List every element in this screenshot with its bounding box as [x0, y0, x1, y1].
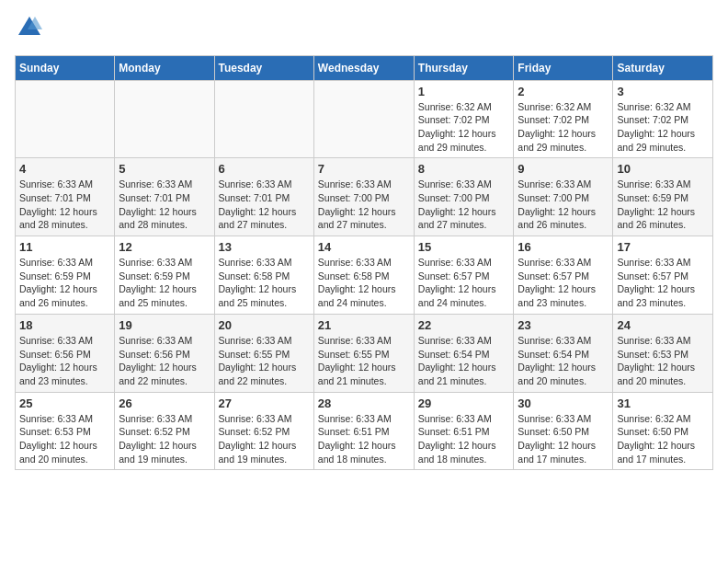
day-number: 1	[418, 85, 510, 98]
day-info: Sunrise: 6:32 AMSunset: 7:02 PMDaylight:…	[418, 100, 510, 155]
day-info: Sunrise: 6:33 AMSunset: 6:54 PMDaylight:…	[518, 334, 609, 388]
day-number: 20	[219, 318, 310, 332]
day-info: Sunrise: 6:33 AMSunset: 6:57 PMDaylight:…	[418, 256, 510, 310]
calendar-cell: 15Sunrise: 6:33 AMSunset: 6:57 PMDayligh…	[414, 236, 514, 315]
day-number: 28	[318, 396, 410, 410]
day-info: Sunrise: 6:33 AMSunset: 7:00 PMDaylight:…	[418, 178, 510, 232]
day-info: Sunrise: 6:33 AMSunset: 6:55 PMDaylight:…	[219, 334, 310, 388]
day-number: 18	[19, 318, 110, 332]
day-header-wednesday: Wednesday	[313, 55, 414, 80]
day-info: Sunrise: 6:33 AMSunset: 6:52 PMDaylight:…	[119, 412, 210, 466]
calendar-cell: 10Sunrise: 6:33 AMSunset: 6:59 PMDayligh…	[613, 158, 713, 236]
day-info: Sunrise: 6:33 AMSunset: 7:01 PMDaylight:…	[119, 178, 210, 232]
calendar-cell: 19Sunrise: 6:33 AMSunset: 6:56 PMDayligh…	[115, 314, 214, 392]
day-number: 30	[518, 396, 609, 410]
calendar-week-1: 1Sunrise: 6:32 AMSunset: 7:02 PMDaylight…	[16, 80, 713, 158]
day-number: 21	[318, 318, 410, 332]
day-info: Sunrise: 6:33 AMSunset: 6:56 PMDaylight:…	[19, 334, 110, 388]
calendar-week-3: 11Sunrise: 6:33 AMSunset: 6:59 PMDayligh…	[16, 236, 713, 315]
day-number: 2	[518, 85, 609, 98]
day-number: 3	[617, 85, 709, 98]
day-number: 31	[617, 396, 709, 410]
day-number: 14	[318, 240, 410, 254]
calendar-week-2: 4Sunrise: 6:33 AMSunset: 7:01 PMDaylight…	[16, 158, 713, 236]
day-number: 16	[518, 240, 609, 254]
calendar-cell: 28Sunrise: 6:33 AMSunset: 6:51 PMDayligh…	[313, 392, 414, 470]
day-info: Sunrise: 6:33 AMSunset: 6:55 PMDaylight:…	[318, 334, 410, 388]
day-info: Sunrise: 6:33 AMSunset: 6:56 PMDaylight:…	[119, 334, 210, 388]
day-info: Sunrise: 6:33 AMSunset: 6:50 PMDaylight:…	[518, 412, 609, 466]
calendar-cell: 25Sunrise: 6:33 AMSunset: 6:53 PMDayligh…	[16, 392, 115, 470]
day-number: 7	[318, 162, 410, 176]
day-header-tuesday: Tuesday	[214, 55, 313, 80]
calendar-cell: 2Sunrise: 6:32 AMSunset: 7:02 PMDaylight…	[514, 80, 613, 158]
day-number: 29	[418, 396, 510, 410]
calendar-header-row: SundayMondayTuesdayWednesdayThursdayFrid…	[16, 55, 713, 80]
day-info: Sunrise: 6:32 AMSunset: 6:50 PMDaylight:…	[617, 412, 709, 466]
day-header-monday: Monday	[115, 55, 214, 80]
calendar-cell	[313, 80, 414, 158]
calendar-cell: 18Sunrise: 6:33 AMSunset: 6:56 PMDayligh…	[16, 314, 115, 392]
day-info: Sunrise: 6:33 AMSunset: 6:59 PMDaylight:…	[119, 256, 210, 310]
calendar-cell: 5Sunrise: 6:33 AMSunset: 7:01 PMDaylight…	[115, 158, 214, 236]
day-number: 12	[119, 240, 210, 254]
day-info: Sunrise: 6:33 AMSunset: 6:57 PMDaylight:…	[617, 256, 709, 310]
calendar-cell: 7Sunrise: 6:33 AMSunset: 7:00 PMDaylight…	[313, 158, 414, 236]
day-header-friday: Friday	[514, 55, 613, 80]
calendar-cell: 14Sunrise: 6:33 AMSunset: 6:58 PMDayligh…	[313, 236, 414, 315]
day-info: Sunrise: 6:32 AMSunset: 7:02 PMDaylight:…	[518, 100, 609, 155]
day-number: 13	[219, 240, 310, 254]
calendar-cell: 16Sunrise: 6:33 AMSunset: 6:57 PMDayligh…	[514, 236, 613, 315]
day-info: Sunrise: 6:33 AMSunset: 7:01 PMDaylight:…	[219, 178, 310, 232]
calendar-cell: 20Sunrise: 6:33 AMSunset: 6:55 PMDayligh…	[214, 314, 313, 392]
calendar-cell: 27Sunrise: 6:33 AMSunset: 6:52 PMDayligh…	[214, 392, 313, 470]
calendar-table: SundayMondayTuesdayWednesdayThursdayFrid…	[15, 55, 713, 471]
day-info: Sunrise: 6:33 AMSunset: 6:52 PMDaylight:…	[219, 412, 310, 466]
calendar-cell: 1Sunrise: 6:32 AMSunset: 7:02 PMDaylight…	[414, 80, 514, 158]
day-header-thursday: Thursday	[414, 55, 514, 80]
day-number: 8	[418, 162, 510, 176]
logo-icon	[17, 15, 42, 40]
day-info: Sunrise: 6:33 AMSunset: 6:51 PMDaylight:…	[318, 412, 410, 466]
logo	[15, 15, 42, 46]
day-info: Sunrise: 6:33 AMSunset: 6:53 PMDaylight:…	[617, 334, 709, 388]
calendar-cell: 6Sunrise: 6:33 AMSunset: 7:01 PMDaylight…	[214, 158, 313, 236]
calendar-cell: 21Sunrise: 6:33 AMSunset: 6:55 PMDayligh…	[313, 314, 414, 392]
day-info: Sunrise: 6:33 AMSunset: 6:58 PMDaylight:…	[219, 256, 310, 310]
day-number: 10	[617, 162, 709, 176]
day-info: Sunrise: 6:33 AMSunset: 6:58 PMDaylight:…	[318, 256, 410, 310]
day-number: 24	[617, 318, 709, 332]
calendar-cell: 26Sunrise: 6:33 AMSunset: 6:52 PMDayligh…	[115, 392, 214, 470]
calendar-cell: 13Sunrise: 6:33 AMSunset: 6:58 PMDayligh…	[214, 236, 313, 315]
day-number: 19	[119, 318, 210, 332]
calendar-cell	[214, 80, 313, 158]
day-info: Sunrise: 6:33 AMSunset: 6:53 PMDaylight:…	[19, 412, 110, 466]
day-info: Sunrise: 6:33 AMSunset: 6:59 PMDaylight:…	[617, 178, 709, 232]
day-info: Sunrise: 6:33 AMSunset: 6:59 PMDaylight:…	[19, 256, 110, 310]
day-number: 17	[617, 240, 709, 254]
day-number: 4	[19, 162, 110, 176]
day-number: 23	[518, 318, 609, 332]
day-number: 9	[518, 162, 609, 176]
calendar-cell: 11Sunrise: 6:33 AMSunset: 6:59 PMDayligh…	[16, 236, 115, 315]
day-info: Sunrise: 6:33 AMSunset: 7:01 PMDaylight:…	[19, 178, 110, 232]
day-number: 26	[119, 396, 210, 410]
day-number: 11	[19, 240, 110, 254]
day-number: 5	[119, 162, 210, 176]
day-info: Sunrise: 6:33 AMSunset: 6:51 PMDaylight:…	[418, 412, 510, 466]
calendar-cell: 8Sunrise: 6:33 AMSunset: 7:00 PMDaylight…	[414, 158, 514, 236]
day-number: 27	[219, 396, 310, 410]
day-number: 6	[219, 162, 310, 176]
calendar-cell: 9Sunrise: 6:33 AMSunset: 7:00 PMDaylight…	[514, 158, 613, 236]
calendar-cell: 12Sunrise: 6:33 AMSunset: 6:59 PMDayligh…	[115, 236, 214, 315]
day-header-saturday: Saturday	[613, 55, 713, 80]
day-info: Sunrise: 6:33 AMSunset: 7:00 PMDaylight:…	[518, 178, 609, 232]
day-info: Sunrise: 6:33 AMSunset: 7:00 PMDaylight:…	[318, 178, 410, 232]
day-number: 25	[19, 396, 110, 410]
day-header-sunday: Sunday	[16, 55, 115, 80]
calendar-cell	[16, 80, 115, 158]
calendar-cell: 4Sunrise: 6:33 AMSunset: 7:01 PMDaylight…	[16, 158, 115, 236]
calendar-cell: 29Sunrise: 6:33 AMSunset: 6:51 PMDayligh…	[414, 392, 514, 470]
day-info: Sunrise: 6:32 AMSunset: 7:02 PMDaylight:…	[617, 100, 709, 155]
calendar-week-4: 18Sunrise: 6:33 AMSunset: 6:56 PMDayligh…	[16, 314, 713, 392]
